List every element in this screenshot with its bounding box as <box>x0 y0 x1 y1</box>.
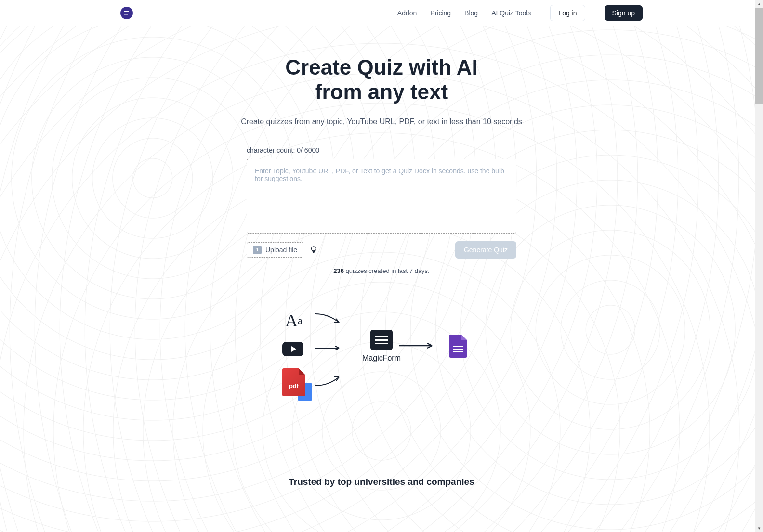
signup-button[interactable]: Sign up <box>605 5 643 21</box>
logo-icon[interactable] <box>120 7 133 19</box>
arrow-icon <box>398 343 437 349</box>
form-list-icon <box>370 330 393 350</box>
main: Create Quiz with AI from any text Create… <box>0 26 763 487</box>
diagram: Aa pdf MagicForm <box>280 303 483 414</box>
upload-file-label: Upload file <box>265 246 297 254</box>
actions-row: Upload file Generate Quiz <box>247 241 516 259</box>
arrow-icon <box>314 373 343 388</box>
letter-a-large: A <box>285 311 298 331</box>
svg-rect-2 <box>124 14 128 15</box>
hero-title-line1: Create Quiz with AI <box>285 55 477 79</box>
suggestion-bulb-icon[interactable] <box>309 245 319 255</box>
nav-link-pricing[interactable]: Pricing <box>430 9 451 17</box>
char-count-label: character count: 0/ 6000 <box>247 146 516 154</box>
magicform-label: MagicForm <box>362 354 401 363</box>
nav-link-addon[interactable]: Addon <box>397 9 417 17</box>
stats-text: 236 quizzes created in last 7 days. <box>247 267 516 274</box>
pdf-icon: pdf <box>282 368 305 396</box>
form-area: character count: 0/ 6000 Upload file Gen… <box>247 146 516 274</box>
scroll-up-arrow[interactable]: ▲ <box>755 0 763 8</box>
topic-input[interactable] <box>247 159 516 234</box>
hero-title: Create Quiz with AI from any text <box>285 55 477 104</box>
stats-suffix: quizzes created in last 7 days. <box>344 267 430 274</box>
svg-rect-1 <box>124 13 129 13</box>
nav-link-ai-quiz-tools[interactable]: AI Quiz Tools <box>491 9 531 17</box>
arrow-icon <box>314 312 343 326</box>
scroll-thumb[interactable] <box>755 8 763 104</box>
svg-point-3 <box>312 247 316 251</box>
pdf-label: pdf <box>289 382 299 389</box>
trusted-heading: Trusted by top universities and companie… <box>289 477 474 487</box>
generate-quiz-button[interactable]: Generate Quiz <box>455 241 516 259</box>
hero-subtitle: Create quizzes from any topic, YouTube U… <box>241 117 522 126</box>
text-input-icon: Aa <box>285 311 303 331</box>
google-forms-icon <box>449 335 467 358</box>
arrow-icon <box>314 346 343 350</box>
header: Addon Pricing Blog AI Quiz Tools Log in … <box>0 0 763 26</box>
upload-icon <box>253 246 262 254</box>
nav-link-blog[interactable]: Blog <box>464 9 478 17</box>
nav: Addon Pricing Blog AI Quiz Tools Log in … <box>397 5 643 21</box>
scrollbar[interactable]: ▲ ▼ <box>755 0 763 487</box>
svg-rect-0 <box>124 11 129 12</box>
login-button[interactable]: Log in <box>550 5 585 21</box>
youtube-icon <box>282 342 303 356</box>
upload-file-button[interactable]: Upload file <box>247 242 303 258</box>
letter-a-small: a <box>298 314 303 327</box>
hero-title-line2: from any text <box>315 80 448 104</box>
magicform-icon: MagicForm <box>362 330 401 363</box>
stats-count: 236 <box>333 267 344 274</box>
